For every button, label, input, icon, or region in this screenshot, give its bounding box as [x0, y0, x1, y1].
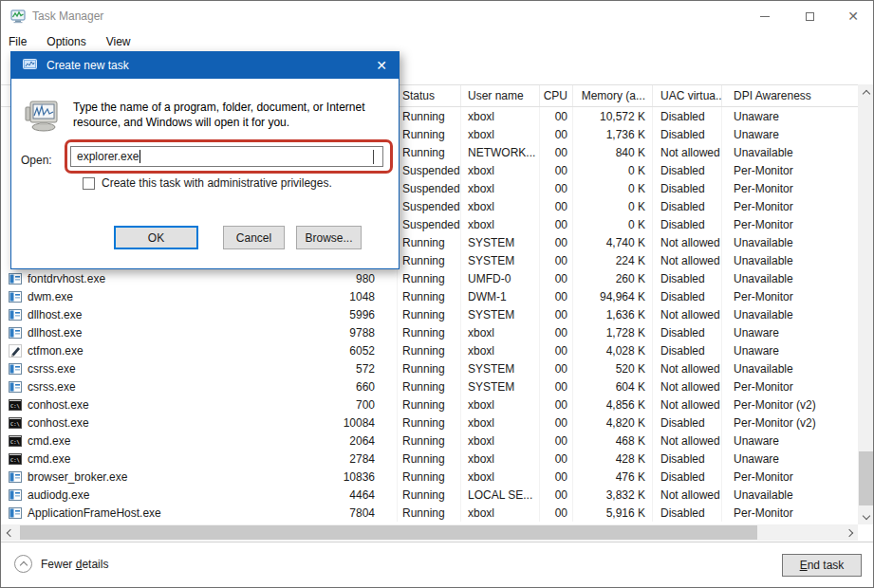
close-button[interactable]: ✕: [838, 7, 868, 26]
cell-dpi: Per-Monitor: [722, 179, 858, 197]
menu-options[interactable]: Options: [46, 35, 85, 48]
cell-memory: 3,832 K: [573, 486, 653, 504]
table-row[interactable]: ApplicationFrameHost.exe7804Runningxboxl…: [1, 504, 858, 522]
cell-cpu: 00: [540, 269, 573, 287]
cell-pid: 6052: [335, 341, 398, 359]
cell-uac: Disabled: [653, 197, 722, 215]
cell-user: SYSTEM: [461, 377, 540, 395]
cell-user: xboxl: [461, 450, 540, 468]
cell-dpi: Unavailable: [722, 251, 858, 269]
menu-file[interactable]: File: [9, 35, 27, 48]
cell-cpu: 00: [540, 161, 573, 179]
cell-status: Running: [398, 395, 461, 413]
cell-memory: 10,572 K: [573, 107, 653, 125]
create-task-icon: [23, 58, 38, 74]
cell-pid: 10084: [335, 413, 398, 432]
cell-status: Running: [398, 287, 461, 305]
table-row[interactable]: csrss.exe572RunningSYSTEM00520 KNot allo…: [1, 359, 858, 377]
table-row[interactable]: C:\conhost.exe10084Runningxboxl004,820 K…: [1, 413, 858, 432]
cell-dpi: Per-Monitor: [722, 197, 858, 215]
horizontal-scrollbar[interactable]: [1, 524, 858, 541]
checkbox-unchecked[interactable]: [83, 177, 95, 190]
cell-user: xboxl: [461, 107, 540, 125]
horizontal-scroll-thumb[interactable]: [20, 525, 757, 540]
cell-cpu: 00: [540, 450, 573, 468]
cell-user: xboxl: [461, 179, 540, 197]
table-row[interactable]: C:\cmd.exe2784Runningxboxl00428 KDisable…: [1, 450, 858, 468]
table-row[interactable]: C:\conhost.exe700Runningxboxl004,856 KNo…: [1, 395, 858, 413]
cell-cpu: 00: [540, 143, 573, 161]
cell-uac: Not allowed: [653, 377, 722, 395]
cell-memory: 520 K: [573, 359, 653, 377]
column-header-cpu[interactable]: CPU: [540, 85, 573, 106]
vertical-scroll-thumb[interactable]: [859, 451, 873, 505]
browse-button[interactable]: Browse...: [296, 226, 362, 249]
table-row[interactable]: dllhost.exe9788Runningxboxl001,728 KDisa…: [1, 323, 858, 341]
cell-user: xboxl: [461, 504, 540, 522]
table-row[interactable]: csrss.exe660RunningSYSTEM00604 KNot allo…: [1, 377, 858, 395]
scroll-down-button[interactable]: [858, 508, 874, 524]
table-row[interactable]: C:\cmd.exe2064Runningxboxl00468 KNot all…: [1, 432, 858, 450]
cell-cpu: 00: [540, 504, 573, 522]
chevron-down-icon[interactable]: [373, 150, 374, 163]
ok-button[interactable]: OK: [114, 226, 198, 249]
scroll-right-button[interactable]: [842, 524, 858, 541]
cell-uac: Not allowed: [653, 305, 722, 323]
table-row[interactable]: fontdrvhost.exe980RunningUMFD-000260 KDi…: [1, 269, 858, 287]
table-row[interactable]: ctfmon.exe6052Runningxboxl004,028 KDisab…: [1, 341, 858, 359]
column-header-uac[interactable]: UAC virtua...: [653, 85, 722, 106]
dialog-title: Create new task: [46, 59, 129, 72]
vertical-scrollbar[interactable]: [858, 84, 874, 524]
cell-user: SYSTEM: [461, 305, 540, 323]
cell-dpi: Unaware: [722, 125, 858, 143]
dialog-close-button[interactable]: ✕: [376, 59, 387, 72]
cell-pid: 4464: [335, 486, 398, 504]
cell-pid: 700: [335, 395, 398, 413]
cell-status: Running: [398, 432, 461, 450]
table-row[interactable]: browser_broker.exe10836Runningxboxl00476…: [1, 468, 858, 486]
cell-memory: 1,636 K: [573, 305, 653, 323]
maximize-button[interactable]: [794, 7, 825, 26]
scroll-left-button[interactable]: [1, 524, 17, 541]
cell-cpu: 00: [540, 215, 573, 233]
table-row[interactable]: dllhost.exe5996RunningSYSTEM001,636 KNot…: [1, 305, 858, 323]
cell-memory: 468 K: [573, 432, 653, 450]
admin-privileges-checkbox-row[interactable]: Create this task with administrative pri…: [83, 176, 332, 190]
scroll-up-button[interactable]: [858, 84, 874, 101]
cell-pid: 9788: [335, 323, 398, 341]
column-header-memory[interactable]: Memory (a...: [573, 85, 653, 106]
fewer-details-label: Fewer details: [41, 558, 108, 571]
cell-name: dwm.exe: [1, 287, 335, 305]
table-row[interactable]: dwm.exe1048RunningDWM-10094,964 KDisable…: [1, 287, 858, 305]
cell-dpi: Per-Monitor (v2): [722, 413, 858, 432]
cell-user: SYSTEM: [461, 233, 540, 251]
open-label: Open:: [21, 150, 52, 171]
cell-uac: Not allowed: [653, 486, 722, 504]
cell-name: dllhost.exe: [1, 305, 335, 323]
window-icon: [9, 272, 22, 285]
cancel-button[interactable]: Cancel: [223, 226, 285, 249]
cell-pid: 1048: [335, 287, 398, 305]
minimize-button[interactable]: [750, 7, 780, 26]
open-input[interactable]: explorer.exe: [70, 146, 383, 167]
cell-pid: 2064: [335, 432, 398, 450]
cell-uac: Not allowed: [653, 143, 722, 161]
cell-memory: 94,964 K: [573, 287, 653, 305]
dialog-titlebar[interactable]: Create new task ✕: [11, 52, 399, 79]
chevron-up-circle-icon: [14, 555, 32, 573]
menu-view[interactable]: View: [106, 35, 131, 48]
task-manager-window: Task Manager ✕ File Options View StatusU…: [0, 0, 874, 588]
column-header-dpi[interactable]: DPI Awareness: [722, 85, 858, 106]
cell-dpi: Unavailable: [722, 233, 858, 251]
cell-dpi: Unaware: [722, 341, 858, 359]
cell-user: xboxl: [461, 413, 540, 432]
window-icon: [9, 506, 22, 520]
cell-cpu: 00: [540, 486, 573, 504]
cell-uac: Disabled: [653, 287, 722, 305]
fewer-details-toggle[interactable]: Fewer details: [14, 555, 108, 573]
column-header-status[interactable]: Status: [398, 85, 461, 106]
column-header-user[interactable]: User name: [461, 85, 540, 106]
cell-uac: Disabled: [653, 468, 722, 486]
end-task-button[interactable]: End task: [782, 554, 862, 577]
table-row[interactable]: audiodg.exe4464RunningLOCAL SE...003,832…: [1, 486, 858, 504]
